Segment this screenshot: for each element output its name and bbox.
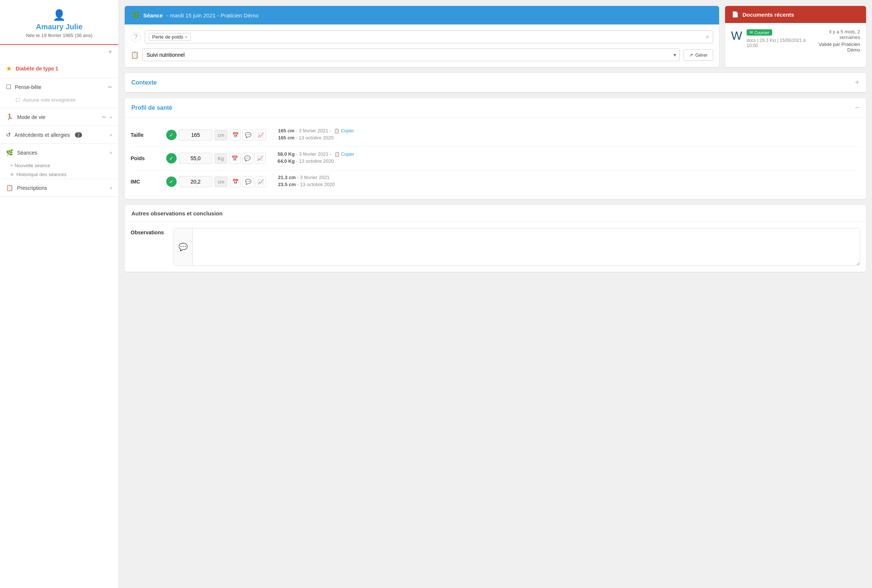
seances-label: Séances	[17, 150, 37, 156]
taille-calendar-btn[interactable]: 📅	[230, 129, 241, 141]
add-mode-icon[interactable]: +	[110, 114, 113, 120]
motif-row: ? Perte de poids × ×	[131, 30, 713, 44]
poids-input-group: ✓ Kg 📅 💬 📈	[166, 153, 266, 164]
taille-history: 165 cm - 3 février 2021 - 📋 Copier 165 c…	[278, 128, 860, 142]
pense-bete-section: ☐ Pense-bête ✏ ☐ Aucune note enregistrée	[0, 78, 118, 108]
edit-icon[interactable]: ✏	[108, 84, 113, 90]
antecedents-label: Antécédents et allergies	[15, 132, 70, 138]
seances-icon: 🌿	[6, 149, 14, 156]
observations-header: Autres observations et conclusion	[125, 205, 866, 222]
documents-header: 📄 Documents récents	[725, 6, 866, 23]
doc-item: W ✉ Courrier docx | 29,3 Kio | 15/06/202…	[731, 29, 860, 52]
mode-vie-item[interactable]: 🏃 Mode de vie ✏ +	[0, 108, 118, 126]
doc-info: ✉ Courrier docx | 29,3 Kio | 15/06/2021 …	[747, 29, 808, 48]
prescriptions-section: 📋 Prescriptions +	[0, 179, 118, 197]
seance-header: 🌿 Séance - mardi 15 juin 2021 - Praticie…	[125, 6, 719, 24]
taille-chart-btn[interactable]: 📈	[255, 129, 266, 141]
contexte-section: Contexte +	[125, 73, 866, 92]
poids-chart-btn[interactable]: 📈	[254, 153, 266, 164]
doc-validated: Validé par Praticien Démo	[812, 42, 860, 52]
contexte-title[interactable]: Contexte	[131, 80, 156, 86]
taille-history-2: 165 cm - 13 octobre 2020	[278, 135, 860, 141]
patient-name: Amaury Julie	[6, 22, 113, 31]
nouvelle-seance-link[interactable]: + Nouvelle séance	[0, 161, 118, 170]
doc-time: il y a 5 mois, 2 semaines	[812, 29, 860, 40]
seances-section: 🌿 Séances + + Nouvelle séance ≡ Historiq…	[0, 144, 118, 179]
taille-history-1: 165 cm - 3 février 2021 - 📋 Copier	[278, 128, 860, 134]
edit-mode-icon[interactable]: ✏	[102, 114, 107, 120]
taille-input-group: ✓ cm 📅 💬 📈	[166, 129, 266, 141]
motif-tag: Perte de poids ×	[149, 33, 191, 41]
imc-comment-btn[interactable]: 💬	[242, 176, 253, 187]
list-icon: ≡	[11, 171, 14, 177]
poids-copy-btn[interactable]: 📋 Copier	[334, 152, 354, 157]
mode-vie-actions: ✏ +	[102, 114, 113, 120]
imc-input[interactable]	[179, 176, 212, 187]
taille-copy-btn[interactable]: 📋 Copier	[334, 128, 354, 134]
observations-body: Observations 💬	[125, 222, 866, 272]
poids-label: Poids	[131, 155, 160, 161]
pense-bete-label: Pense-bête	[15, 84, 42, 90]
doc-right: il y a 5 mois, 2 semaines Validé par Pra…	[812, 29, 860, 52]
imc-input-group: ✓ cm 📅 💬 📈	[166, 176, 266, 187]
observations-title: Autres observations et conclusion	[131, 210, 223, 216]
seances-left: 🌿 Séances	[6, 149, 37, 156]
doc-word-icon: W	[731, 29, 742, 43]
diabetes-badge[interactable]: ★ Diabète de type 1	[0, 59, 118, 78]
metric-row-imc: IMC ✓ cm 📅 💬 📈 21.3 cm	[131, 170, 860, 193]
add-antecedent-icon[interactable]: +	[110, 132, 113, 138]
historique-seances-link[interactable]: ≡ Historique des séances	[0, 170, 118, 179]
protocole-select[interactable]: Suivi nutritionnel	[143, 49, 680, 61]
documents-card: 📄 Documents récents W ✉ Courrier docx | …	[725, 6, 866, 67]
imc-chart-btn[interactable]: 📈	[255, 176, 266, 187]
profil-collapse-icon[interactable]: −	[855, 104, 859, 112]
antecedents-item[interactable]: ↺ Antécédents et allergies 2 +	[0, 126, 118, 144]
observations-section: Autres observations et conclusion Observ…	[125, 205, 866, 272]
imc-history-1: 21.3 cm - 3 février 2021	[278, 175, 860, 180]
motif-help-icon[interactable]: ?	[131, 32, 141, 42]
profil-header: Profil de santé −	[125, 98, 866, 117]
prescriptions-label: Prescriptions	[17, 185, 47, 191]
mode-vie-left: 🏃 Mode de vie	[6, 114, 45, 120]
add-prescription-icon[interactable]: +	[110, 185, 113, 191]
antecedents-section: ↺ Antécédents et allergies 2 +	[0, 126, 118, 144]
pense-bete-actions: ✏	[108, 84, 113, 90]
patient-dob: Née le 19 février 1985 (36 ans)	[6, 33, 113, 38]
poids-calendar-btn[interactable]: 📅	[229, 153, 241, 164]
gerer-button[interactable]: ↗ Gérer	[684, 49, 713, 61]
poids-check-icon: ✓	[166, 153, 177, 164]
patient-icon: 👤	[6, 9, 113, 21]
documents-icon: 📄	[732, 11, 739, 18]
taille-check-icon: ✓	[166, 130, 177, 140]
motif-tag-remove[interactable]: ×	[185, 34, 188, 40]
poids-comment-btn[interactable]: 💬	[242, 153, 253, 164]
imc-check-icon: ✓	[166, 177, 177, 187]
profil-body: Taille ✓ cm 📅 💬 📈 165 cm	[125, 117, 866, 199]
sidebar: 👤 Amaury Julie Née le 19 février 1985 (3…	[0, 0, 119, 588]
prescription-icon: 📋	[6, 184, 14, 191]
imc-calendar-btn[interactable]: 📅	[230, 176, 241, 187]
seance-subtitle: - mardi 15 juin 2021 - Praticien Démo	[167, 12, 259, 18]
patient-add-button[interactable]: +	[0, 45, 118, 59]
seance-title: Séance	[143, 12, 163, 18]
taille-input[interactable]	[179, 129, 212, 141]
diabetes-section: ★ Diabète de type 1	[0, 59, 118, 78]
profil-title: Profil de santé	[131, 105, 172, 111]
taille-label: Taille	[131, 132, 160, 138]
pense-bete-item[interactable]: ☐ Pense-bête ✏	[0, 78, 118, 96]
motif-field[interactable]: Perte de poids × ×	[145, 30, 713, 44]
seances-header: 🌿 Séances +	[0, 144, 118, 161]
obs-label: Observations	[131, 228, 168, 236]
imc-unit: cm	[215, 177, 227, 187]
obs-textarea[interactable]	[192, 228, 860, 266]
poids-input[interactable]	[179, 153, 212, 164]
taille-actions: 📅 💬 📈	[230, 129, 266, 141]
pense-bete-left: ☐ Pense-bête	[6, 83, 42, 90]
contexte-add-icon[interactable]: +	[855, 78, 859, 87]
motif-clear-icon[interactable]: ×	[706, 34, 709, 40]
doc-badge: ✉ Courrier	[747, 29, 772, 36]
add-seance-icon[interactable]: +	[110, 150, 113, 156]
taille-comment-btn[interactable]: 💬	[242, 129, 253, 141]
prescriptions-item[interactable]: 📋 Prescriptions +	[0, 179, 118, 196]
documents-body: W ✉ Courrier docx | 29,3 Kio | 15/06/202…	[725, 23, 866, 58]
